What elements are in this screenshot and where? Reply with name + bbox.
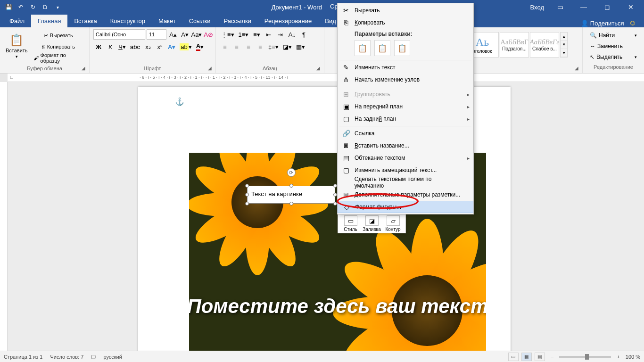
cut-button[interactable]: ✂Вырезать (32, 30, 85, 41)
align-right-button[interactable]: ≡ (243, 41, 254, 52)
zoom-in-button[interactable]: + (614, 354, 622, 360)
copy-button[interactable]: ⎘Копировать (32, 41, 85, 52)
page-indicator[interactable]: Страница 1 из 1 (4, 354, 42, 360)
ctx-link[interactable]: 🔗Ссылка (338, 127, 473, 140)
close-button[interactable]: ✕ (620, 0, 641, 14)
multilevel-button[interactable]: ≡▾ (251, 29, 262, 40)
align-center-button[interactable]: ≡ (231, 41, 242, 52)
undo-button[interactable]: ↶ (15, 1, 26, 13)
shrink-font-button[interactable]: A▾ (180, 29, 190, 40)
tab-file[interactable]: Файл (3, 15, 31, 27)
bullets-button[interactable]: ⋮≡▾ (220, 29, 236, 40)
resize-handle[interactable] (333, 202, 337, 206)
paste-button[interactable]: 📋 Вставить ▾ (4, 29, 30, 63)
clipboard-launcher[interactable]: ◢ (82, 66, 88, 72)
print-layout-button[interactable]: ▦ (521, 353, 532, 361)
redo-button[interactable]: ↻ (27, 1, 39, 13)
vertical-ruler[interactable] (0, 82, 8, 351)
highlight-button[interactable]: ab▾ (178, 41, 193, 52)
text-box-content[interactable]: Текст на картинке (248, 186, 335, 202)
paste-keep-source[interactable]: 📋 (355, 40, 371, 56)
ctx-copy[interactable]: ⎘Копировать (338, 16, 473, 29)
increase-indent-button[interactable]: ⇥ (275, 29, 285, 40)
ctx-set-default-textbox[interactable]: Сделать текстовым полем по умолчанию (338, 176, 473, 189)
tab-review[interactable]: Рецензирование (258, 15, 318, 27)
subscript-button[interactable]: x₂ (143, 41, 153, 52)
show-marks-button[interactable]: ¶ (298, 29, 309, 40)
styles-launcher[interactable]: ◢ (575, 66, 581, 72)
tab-home[interactable]: Главная (31, 15, 67, 27)
tab-mailings[interactable]: Рассылки (217, 15, 257, 27)
find-button[interactable]: 🔍Найти▾ (588, 30, 638, 41)
zoom-slider[interactable] (559, 356, 611, 358)
ctx-send-back[interactable]: ▢На задний план▸ (338, 113, 473, 125)
share-button[interactable]: 👤Поделиться (581, 20, 624, 27)
font-launcher[interactable]: ◢ (208, 66, 215, 72)
paragraph-launcher[interactable]: ◢ (316, 66, 323, 72)
align-left-button[interactable]: ≡ (220, 41, 230, 52)
justify-button[interactable]: ≡ (255, 41, 265, 52)
read-mode-button[interactable]: ▭ (508, 353, 519, 361)
font-color-button[interactable]: A▾ (195, 41, 205, 52)
rotate-handle[interactable]: ⟳ (287, 168, 296, 177)
select-button[interactable]: ↖Выделить▾ (588, 52, 638, 62)
tab-design[interactable]: Конструктор (104, 15, 152, 27)
account-sign-in[interactable]: Вход (530, 4, 544, 11)
ctx-edit-points[interactable]: ⋔Начать изменение узлов (338, 74, 473, 86)
superscript-button[interactable]: x² (155, 41, 165, 52)
shading-button[interactable]: ◪▾ (281, 41, 293, 52)
clear-formatting-button[interactable]: A⊘ (203, 29, 214, 40)
minimize-button[interactable]: — (573, 0, 594, 14)
proofing-icon[interactable]: ▢ (91, 354, 96, 360)
style-weak[interactable]: АаБбВвГгСлабое в... (530, 32, 559, 58)
ctx-cut[interactable]: ✂Вырезать (338, 4, 473, 16)
decrease-indent-button[interactable]: ⇤ (263, 29, 273, 40)
save-button[interactable]: 💾 (3, 1, 14, 13)
word-count[interactable]: Число слов: 7 (50, 354, 83, 360)
mini-fill-button[interactable]: ◪Заливка (362, 215, 382, 232)
language-indicator[interactable]: русский (103, 354, 122, 360)
text-box[interactable]: Текст на картинке ⟳ (247, 186, 335, 204)
numbering-button[interactable]: 1≡▾ (237, 29, 250, 40)
ctx-edit-text[interactable]: ✎Изменить текст (338, 61, 473, 74)
feedback-button[interactable]: ☺ (629, 19, 636, 27)
ctx-wrap-text[interactable]: ▤Обтекание текстом▸ (338, 152, 473, 164)
format-painter-button[interactable]: 🖌Формат по образцу (32, 53, 85, 63)
text-effects-button[interactable]: A▾ (166, 41, 177, 52)
ctx-bring-front[interactable]: ▣На передний план▸ (338, 100, 473, 113)
mini-outline-button[interactable]: ▱Контур (383, 215, 403, 232)
resize-handle[interactable] (245, 193, 249, 197)
resize-handle[interactable] (245, 202, 249, 206)
resize-handle[interactable] (245, 184, 249, 188)
tab-selector[interactable]: ∟ (9, 74, 14, 80)
resize-handle[interactable] (289, 202, 293, 206)
style-subheading[interactable]: АаБбВвГПодзагол... (500, 32, 529, 58)
web-layout-button[interactable]: ▤ (535, 353, 545, 361)
bold-button[interactable]: Ж (93, 41, 104, 52)
strikethrough-button[interactable]: abc (129, 41, 141, 52)
horizontal-ruler[interactable]: ∟ · 6 · ı · 5 · ı · 4 · ı · 3 · ı · 2 · … (8, 74, 644, 82)
underline-button[interactable]: Ч▾ (117, 41, 127, 52)
resize-handle[interactable] (289, 184, 293, 188)
resize-handle[interactable] (333, 184, 337, 188)
change-case-button[interactable]: Aa▾ (191, 29, 202, 40)
zoom-out-button[interactable]: − (548, 354, 556, 360)
font-size-combo[interactable] (147, 29, 166, 40)
new-doc-button[interactable]: 🗋 (40, 1, 51, 13)
maximize-button[interactable]: ◻ (597, 0, 618, 14)
italic-button[interactable]: К (105, 41, 116, 52)
replace-button[interactable]: ↔Заменить (588, 41, 638, 51)
qat-customize[interactable]: ▾ (52, 1, 63, 13)
paste-merge[interactable]: 📋 (374, 40, 390, 56)
font-name-combo[interactable] (93, 29, 145, 40)
styles-scroll[interactable]: ▴▾▾ (560, 32, 568, 58)
sort-button[interactable]: A↓ (287, 29, 297, 40)
ctx-alt-text[interactable]: ▢Изменить замещающий текст... (338, 164, 473, 176)
tab-insert[interactable]: Вставка (67, 15, 103, 27)
ctx-insert-caption[interactable]: 🗏Вставить название... (338, 140, 473, 152)
ctx-more-layout[interactable]: ⊞Дополнительные параметры разметки... (338, 189, 473, 201)
resize-handle[interactable] (333, 193, 337, 197)
zoom-level[interactable]: 100 % (626, 354, 640, 360)
ctx-format-shape[interactable]: ◇Формат фигуры... (338, 201, 473, 213)
tab-layout[interactable]: Макет (152, 15, 182, 27)
